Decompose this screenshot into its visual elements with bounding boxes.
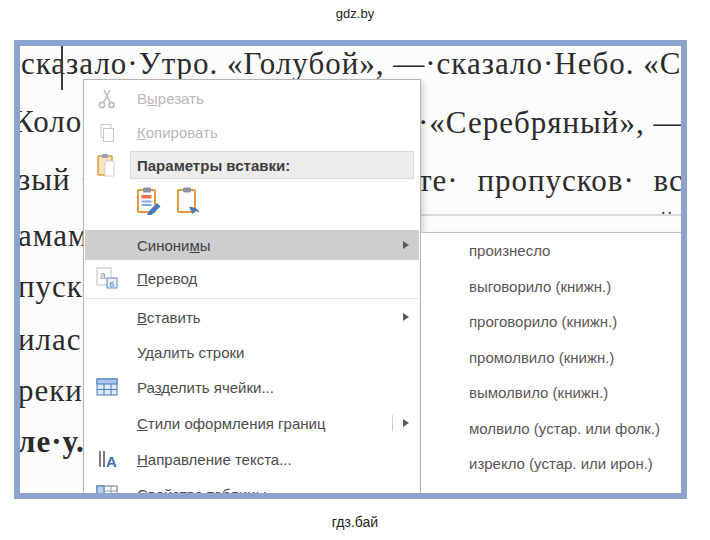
doc-line3-right: те· пропусков· вст: [418, 163, 687, 199]
submenu-item-synonym[interactable]: промолвило (книжн.): [421, 340, 687, 376]
doc-line3-left: зый ·: [18, 162, 91, 198]
menu-item-label: Разделить ячейки...: [129, 379, 419, 396]
screenshot-frame: сказало·Утро. «Голубой», —·сказало·Небо.…: [14, 40, 687, 499]
menu-item-delete-rows[interactable]: Удалить строки: [85, 337, 419, 367]
menu-item-label: Вставить: [129, 309, 419, 326]
menu-item-label: Параметры вставки:: [129, 157, 419, 174]
submenu-item-synonym[interactable]: молвило (устар. или фолк.): [421, 411, 687, 447]
translate-icon: аб: [85, 266, 129, 290]
menu-item-synonyms[interactable]: Синонимы: [85, 230, 419, 260]
menu-item-copy[interactable]: Копировать: [85, 117, 419, 148]
svg-text:A: A: [106, 453, 117, 470]
menu-item-paste-options: Параметры вставки:: [85, 151, 419, 179]
svg-text:а: а: [100, 270, 106, 281]
scissors-icon: [85, 88, 129, 110]
menu-item-label: Стили оформления границ: [129, 415, 419, 432]
context-menu: Вырезать Копировать Параметры вставки:: [83, 79, 421, 499]
submenu-item-synonym[interactable]: провещало (редк.): [421, 482, 687, 500]
watermark-top: gdz.by: [0, 6, 710, 21]
menu-item-insert[interactable]: Вставить: [85, 302, 419, 332]
doc-frag6: илас: [18, 322, 82, 358]
table-border-horizontal: [420, 214, 687, 216]
menu-item-label: Направление текста...: [129, 451, 419, 468]
submenu-item-synonym[interactable]: произнесло: [421, 233, 687, 269]
submenu-item-synonym[interactable]: изрекло (устар. или ирон.): [421, 446, 687, 482]
text-direction-icon: A: [85, 448, 129, 470]
menu-item-border-styles[interactable]: Стили оформления границ: [85, 408, 419, 438]
doc-frag7: реки: [18, 373, 83, 409]
copy-icon: [85, 123, 129, 143]
doc-line2-left: Коло,: [14, 104, 91, 140]
menu-item-table-properties[interactable]: Свойства таблицы...: [85, 479, 419, 499]
menu-item-label: Копировать: [129, 124, 419, 141]
doc-line1: сказало·Утро. «Голубой», —·сказало·Небо.…: [21, 46, 681, 82]
doc-frag4: амам: [18, 218, 89, 254]
menu-item-label: Свойства таблицы...: [129, 486, 419, 500]
watermark-bottom: гдз.бай: [0, 514, 710, 530]
menu-separator: [86, 298, 418, 299]
doc-line2-right: ·«Серебряный», —·с: [418, 105, 687, 141]
paste-text-only-icon[interactable]: [175, 186, 202, 215]
split-button-divider: [392, 415, 393, 431]
submenu-item-synonym[interactable]: проговорило (книжн.): [421, 304, 687, 340]
doc-frag5: пуск: [18, 269, 83, 305]
menu-item-cut[interactable]: Вырезать: [85, 83, 419, 114]
menu-item-label: Перевод: [129, 270, 419, 287]
split-cells-icon: [85, 378, 129, 396]
menu-item-label: Удалить строки: [129, 344, 419, 361]
menu-item-label: Синонимы: [129, 237, 419, 254]
submenu-item-synonym[interactable]: вымолвило (книжн.): [421, 375, 687, 411]
menu-item-label: Вырезать: [129, 90, 419, 107]
menu-item-translate[interactable]: аб Перевод: [85, 262, 419, 294]
doc-frag8: ле·у.: [18, 424, 85, 460]
menu-item-split-cells[interactable]: Разделить ячейки...: [85, 372, 419, 402]
submenu-arrow-icon: [403, 313, 409, 321]
doc-dots: ..: [661, 198, 674, 219]
paste-icon: [85, 153, 129, 177]
paste-options-row: [85, 181, 202, 219]
svg-text:б: б: [110, 280, 115, 289]
table-border-vertical: [61, 44, 63, 90]
submenu-item-synonym[interactable]: выговорило (книжн.): [421, 269, 687, 305]
submenu-arrow-icon: [403, 419, 409, 427]
table-properties-icon: [85, 484, 129, 499]
paste-keep-formatting-icon[interactable]: [135, 186, 162, 215]
submenu-arrow-icon: [403, 241, 409, 249]
synonyms-submenu: произнесло выговорило (книжн.) проговори…: [421, 232, 687, 499]
menu-item-text-direction[interactable]: A Направление текста...: [85, 444, 419, 474]
